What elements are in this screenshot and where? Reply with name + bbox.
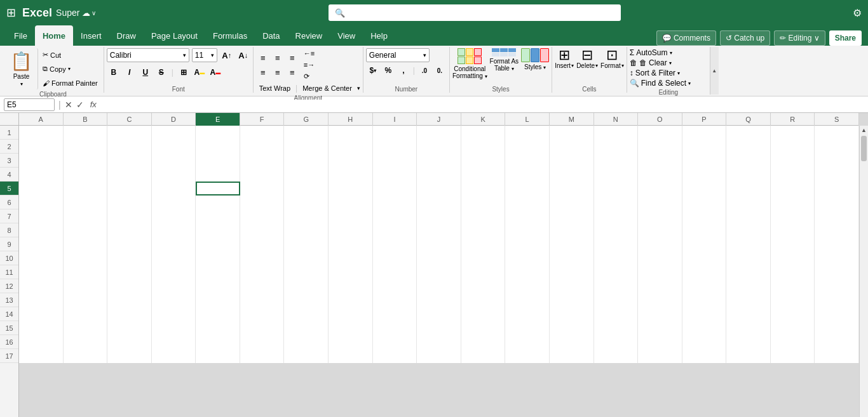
cell-M3[interactable] [550, 154, 594, 168]
cell-N13[interactable] [594, 293, 639, 307]
cell-R5[interactable] [771, 182, 815, 195]
cell-S2[interactable] [815, 140, 859, 154]
cell-E12[interactable] [196, 279, 240, 293]
cell-H1[interactable] [329, 126, 373, 140]
font-color-button[interactable]: A▬ [208, 65, 222, 79]
cell-M10[interactable] [550, 251, 594, 265]
cell-H6[interactable] [329, 195, 373, 209]
align-mid-left[interactable]: ≡ [256, 65, 270, 79]
col-header-L[interactable]: L [505, 113, 550, 126]
cell-I16[interactable] [373, 335, 417, 349]
cell-reference-input[interactable] [4, 98, 55, 111]
cell-S7[interactable] [815, 209, 859, 223]
cell-E17[interactable] [196, 349, 240, 363]
cell-L12[interactable] [505, 279, 550, 293]
cell-F6[interactable] [240, 195, 285, 209]
cell-L9[interactable] [505, 237, 550, 251]
cell-L11[interactable] [505, 265, 550, 279]
col-header-F[interactable]: F [240, 113, 285, 126]
cell-O11[interactable] [638, 265, 682, 279]
cell-E2[interactable] [196, 140, 240, 154]
row-label-3[interactable]: 3 [0, 154, 18, 168]
increase-decimal-button[interactable]: .0 [417, 63, 431, 77]
cell-H15[interactable] [329, 321, 373, 335]
cell-O8[interactable] [638, 223, 682, 237]
cell-E8[interactable] [196, 223, 240, 237]
cell-I8[interactable] [373, 223, 417, 237]
cell-F5[interactable] [240, 182, 285, 195]
fill-color-button[interactable]: A▬ [193, 65, 207, 79]
cell-E4[interactable] [196, 168, 240, 182]
cell-E15[interactable] [196, 321, 240, 335]
cell-Q10[interactable] [726, 251, 771, 265]
cell-L13[interactable] [505, 293, 550, 307]
cell-E7[interactable] [196, 209, 240, 223]
cell-K11[interactable] [461, 265, 506, 279]
cell-P13[interactable] [682, 293, 727, 307]
row-label-5[interactable]: 5 [0, 182, 18, 195]
cell-B12[interactable] [64, 279, 108, 293]
cell-M1[interactable] [550, 126, 594, 140]
cell-C15[interactable] [107, 321, 152, 335]
cell-M16[interactable] [550, 335, 594, 349]
cell-Q17[interactable] [726, 349, 771, 363]
cell-C8[interactable] [107, 223, 152, 237]
cell-K13[interactable] [461, 293, 506, 307]
cell-L14[interactable] [505, 307, 550, 321]
cell-O16[interactable] [638, 335, 682, 349]
cell-Q1[interactable] [726, 126, 771, 140]
cell-C17[interactable] [107, 349, 152, 363]
cell-P5[interactable] [682, 182, 727, 195]
cell-E10[interactable] [196, 251, 240, 265]
cell-K14[interactable] [461, 307, 506, 321]
cell-L5[interactable] [505, 182, 550, 195]
autosum-button[interactable]: Σ AutoSum ▾ [630, 48, 672, 57]
cell-F4[interactable] [240, 168, 285, 182]
sort-filter-button[interactable]: ↕ Sort & Filter ▾ [630, 69, 680, 77]
cell-I11[interactable] [373, 265, 417, 279]
cell-P2[interactable] [682, 140, 727, 154]
cell-B9[interactable] [64, 237, 108, 251]
cell-L15[interactable] [505, 321, 550, 335]
cell-R17[interactable] [771, 349, 815, 363]
cell-M7[interactable] [550, 209, 594, 223]
formula-cancel-button[interactable]: ✕ [65, 100, 72, 110]
editing-button[interactable]: ✏ Editing ∨ [774, 30, 825, 46]
row-label-10[interactable]: 10 [0, 251, 18, 265]
cell-A16[interactable] [19, 335, 64, 349]
cell-G13[interactable] [284, 293, 329, 307]
row-label-13[interactable]: 13 [0, 293, 18, 307]
cell-I17[interactable] [373, 349, 417, 363]
row-label-16[interactable]: 16 [0, 335, 18, 349]
cell-M6[interactable] [550, 195, 594, 209]
cell-S5[interactable] [815, 182, 859, 195]
cell-P9[interactable] [682, 237, 727, 251]
cell-S9[interactable] [815, 237, 859, 251]
cell-J17[interactable] [417, 349, 461, 363]
cell-F11[interactable] [240, 265, 285, 279]
cell-H3[interactable] [329, 154, 373, 168]
cell-S3[interactable] [815, 154, 859, 168]
cell-D5[interactable] [152, 182, 196, 195]
row-label-2[interactable]: 2 [0, 140, 18, 154]
cell-R12[interactable] [771, 279, 815, 293]
cell-L16[interactable] [505, 335, 550, 349]
cell-C2[interactable] [107, 140, 152, 154]
cell-N5[interactable] [594, 182, 639, 195]
cell-R7[interactable] [771, 209, 815, 223]
cell-O3[interactable] [638, 154, 682, 168]
row-label-1[interactable]: 1 [0, 126, 18, 140]
cell-A11[interactable] [19, 265, 64, 279]
cell-P12[interactable] [682, 279, 727, 293]
cell-I2[interactable] [373, 140, 417, 154]
cell-F15[interactable] [240, 321, 285, 335]
cell-A2[interactable] [19, 140, 64, 154]
wrap-text-button[interactable]: Text Wrap [256, 83, 294, 93]
cell-G17[interactable] [284, 349, 329, 363]
cell-I15[interactable] [373, 321, 417, 335]
cell-G10[interactable] [284, 251, 329, 265]
col-header-M[interactable]: M [550, 113, 594, 126]
cell-Q16[interactable] [726, 335, 771, 349]
col-header-P[interactable]: P [682, 113, 727, 126]
cell-B15[interactable] [64, 321, 108, 335]
